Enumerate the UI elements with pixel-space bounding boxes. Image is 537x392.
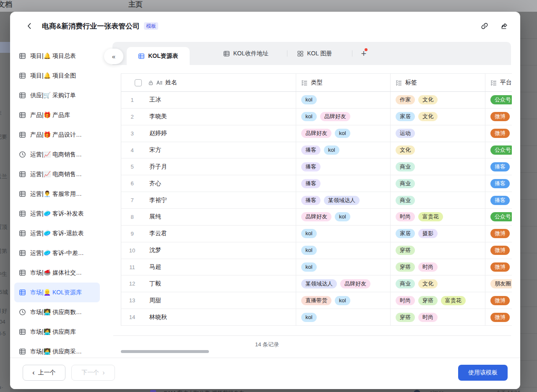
sidebar-item[interactable]: 产品|🎁 产品设计… — [10, 125, 104, 145]
cell-types[interactable]: kol — [296, 92, 391, 108]
cell-types[interactable]: 品牌好友kol — [296, 125, 391, 142]
sidebar-item-label: 运营|🥏 客诉-退款表 — [30, 230, 84, 237]
cell-name[interactable]: 3赵婷婷 — [121, 125, 296, 142]
sidebar-item[interactable]: 运营|👨‍💼 客服常用… — [10, 184, 104, 204]
cell-types[interactable]: kol — [296, 259, 391, 275]
cell-platform[interactable]: 微博 — [485, 292, 512, 309]
cell-platform[interactable]: 微博 — [485, 125, 512, 142]
cell-name[interactable]: 5乔子月 — [121, 158, 296, 175]
copy-link-icon[interactable] — [480, 22, 489, 30]
cell-name[interactable]: 4宋方 — [121, 142, 296, 158]
cell-types[interactable]: 播客kol — [296, 142, 391, 158]
cell-tags[interactable]: 作家文化 — [391, 92, 485, 108]
sidebar-collapse-button[interactable]: « — [104, 49, 123, 64]
back-icon[interactable] — [24, 21, 34, 31]
cell-name[interactable]: 11马超 — [121, 259, 296, 275]
column-header-tags[interactable]: 标签 — [391, 74, 485, 91]
cell-platform[interactable]: 微博 — [485, 109, 512, 125]
cell-name[interactable]: 12丁毅 — [121, 275, 296, 292]
cell-platform[interactable]: 播客 — [485, 175, 512, 192]
sidebar-item[interactable]: 运营|🥏 客诉-补发表 — [10, 204, 104, 223]
sidebar-item[interactable]: 市场|🥌 媒体社交… — [10, 263, 104, 283]
sidebar-item-selected[interactable]: 市场|👱‍♀️ KOL资源库 — [14, 283, 100, 302]
table-row: 10沈梦kol穿搭微博 — [121, 242, 512, 259]
column-header-platform[interactable]: 平台 — [485, 74, 512, 91]
cell-name[interactable]: 10沈梦 — [121, 242, 296, 259]
cell-tags[interactable]: 家居摄影 — [391, 226, 485, 242]
platform-badge: 公众号 — [490, 212, 512, 221]
cell-tags[interactable]: 商业文化 — [391, 275, 485, 292]
cell-platform[interactable]: 朋友圈 — [485, 275, 512, 292]
text-field-icon — [156, 79, 163, 86]
option-badge: 摄影 — [418, 229, 438, 238]
cell-types[interactable]: 播客 — [296, 158, 391, 175]
cell-tags[interactable]: 商业 — [391, 158, 485, 175]
cell-tags[interactable]: 商业 — [391, 175, 485, 192]
cell-types[interactable]: 播客某领域达人 — [296, 192, 391, 208]
cell-name[interactable]: 6齐心 — [121, 175, 296, 192]
cell-platform[interactable]: 公众号 — [485, 92, 512, 108]
view-tab[interactable]: KOL 图册 — [291, 42, 338, 65]
column-header-name[interactable]: 姓名 — [121, 74, 296, 91]
clock-view-icon — [19, 151, 26, 158]
cell-tags[interactable]: 穿搭时尚 — [391, 309, 485, 325]
cell-name[interactable]: 8展纯 — [121, 209, 296, 225]
cell-platform[interactable]: 公众号 — [485, 209, 512, 225]
cell-types[interactable]: 某领域达人品牌好友 — [296, 275, 391, 292]
platform-badge: 微博 — [490, 112, 510, 121]
use-template-button[interactable]: 使用该模板 — [458, 365, 508, 381]
cell-platform[interactable]: 微博 — [485, 226, 512, 242]
cell-tags[interactable]: 文化 — [391, 142, 485, 158]
sidebar-item[interactable]: 项目|🔔 项目全图 — [10, 66, 104, 86]
cell-name[interactable]: 7李裕宁 — [121, 192, 296, 208]
cell-tags[interactable]: 家居文化 — [391, 109, 485, 125]
cell-name[interactable]: 2李晓美 — [121, 109, 296, 125]
cell-types[interactable]: kol — [296, 226, 391, 242]
view-tab-active[interactable]: KOL资源表 — [127, 47, 190, 65]
cell-platform[interactable]: 微博 — [485, 309, 512, 325]
sidebar-item-label: 供应|🛒 采购订单 — [30, 92, 76, 99]
sidebar-item[interactable]: 市场|👩‍💻 供应商数… — [10, 302, 104, 322]
sidebar-item[interactable]: 运营|🥏 客诉-中差… — [10, 243, 104, 263]
cell-platform[interactable]: 播客 — [485, 158, 512, 175]
column-header-type[interactable]: 类型 — [296, 74, 391, 91]
cell-tags[interactable]: 时尚穿搭富贵花 — [391, 292, 485, 309]
sidebar-item[interactable]: 市场|👩‍💻 供应商库 — [10, 322, 104, 342]
cell-name[interactable]: 14林晓秋 — [121, 309, 296, 325]
cell-tags[interactable]: 时尚富贵花 — [391, 209, 485, 225]
sidebar-item[interactable]: 产品|🎁 产品库 — [10, 105, 104, 125]
option-badge: 穿搭 — [418, 296, 438, 305]
add-view-button[interactable]: + — [357, 47, 370, 60]
option-badge: kol — [301, 262, 317, 272]
cell-tags[interactable]: 穿搭时尚 — [391, 259, 485, 275]
sidebar-item[interactable]: 运营|📈 电商销售… — [10, 164, 104, 184]
cell-types[interactable]: kol品牌好友 — [296, 109, 391, 125]
sidebar-item[interactable]: 市场|👩‍💻 供应商采… — [10, 342, 104, 358]
cell-types[interactable]: 品牌好友kol — [296, 209, 391, 225]
sidebar-item[interactable]: 供应|🛒 采购订单 — [10, 86, 104, 105]
horizontal-scrollbar[interactable] — [121, 350, 209, 353]
cell-name[interactable]: 9李云君 — [121, 226, 296, 242]
previous-template-button[interactable]: ‹ 上一个 — [23, 365, 65, 381]
cell-types[interactable]: 直播带货kol — [296, 292, 391, 309]
sidebar-item[interactable]: 项目|🔔 项目总表 — [10, 46, 104, 66]
sidebar-item[interactable]: 运营|🥏 客诉-退款表 — [10, 223, 104, 243]
cell-types[interactable]: 播客 — [296, 175, 391, 192]
row-number: 11 — [127, 264, 137, 270]
cell-tags[interactable]: 运动 — [391, 125, 485, 142]
cell-platform[interactable]: 播客 — [485, 192, 512, 208]
cell-tags[interactable]: 商业 — [391, 192, 485, 208]
cell-platform[interactable]: 微博 — [485, 242, 512, 259]
sidebar-item[interactable]: 运营|📈 电商销售… — [10, 145, 104, 164]
cell-name[interactable]: 1王冰 — [121, 92, 296, 108]
next-template-button[interactable]: 下一个 › — [71, 365, 115, 381]
share-icon[interactable] — [500, 22, 508, 30]
cell-platform[interactable]: 微博 — [485, 259, 512, 275]
cell-types[interactable]: kol — [296, 309, 391, 325]
cell-platform[interactable]: 公众号 — [485, 142, 512, 158]
view-tab[interactable]: KOL收件地址 — [217, 42, 274, 65]
cell-name[interactable]: 13周甜 — [121, 292, 296, 309]
select-all-checkbox[interactable] — [135, 79, 142, 86]
cell-tags[interactable]: 穿搭 — [391, 242, 485, 259]
cell-types[interactable]: kol — [296, 242, 391, 259]
